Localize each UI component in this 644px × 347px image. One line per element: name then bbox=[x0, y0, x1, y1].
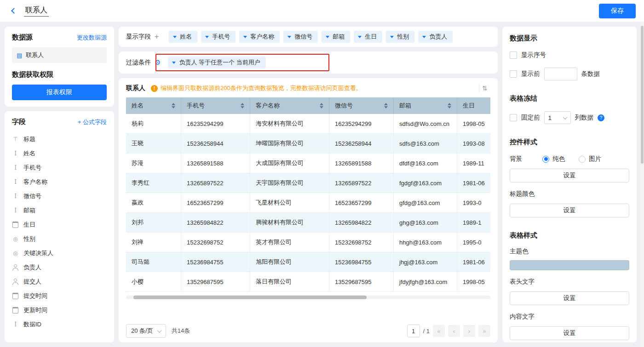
column-header[interactable]: 微信号 bbox=[329, 97, 394, 114]
field-item-label: 提交时间 bbox=[23, 292, 47, 300]
table-cell: hhgh@163.com bbox=[394, 233, 457, 252]
field-item[interactable]: 数据ID bbox=[12, 317, 107, 331]
field-item[interactable]: 更新时间 bbox=[12, 303, 107, 317]
person-field-icon bbox=[12, 278, 19, 285]
table-cell: gfdg@163.com bbox=[394, 193, 457, 213]
column-header[interactable]: 生日 bbox=[457, 97, 490, 114]
field-item[interactable]: 性别 bbox=[12, 232, 107, 246]
field-item[interactable]: 提交时间 bbox=[12, 289, 107, 303]
theme-color-swatch[interactable] bbox=[510, 260, 629, 270]
freeze-checkbox[interactable] bbox=[510, 114, 517, 121]
field-item[interactable]: 客户名称 bbox=[12, 175, 107, 189]
permission-title: 数据获取权限 bbox=[12, 70, 107, 79]
table-cell: 1998-05 bbox=[457, 272, 490, 292]
freeze-suffix: 列数据 bbox=[575, 114, 594, 122]
table-row[interactable]: 苏漫13265891588大成国际有限公司13265891588dfdf@163… bbox=[126, 154, 490, 173]
display-field-chip[interactable]: 生日 bbox=[354, 31, 382, 43]
prev-page-button[interactable] bbox=[448, 325, 460, 337]
column-header[interactable]: 邮箱 bbox=[394, 97, 457, 114]
sort-icon[interactable] bbox=[172, 103, 175, 108]
first-page-button[interactable] bbox=[433, 325, 445, 337]
sort-icon[interactable] bbox=[448, 103, 451, 108]
background-label: 背景 bbox=[510, 155, 538, 163]
column-header[interactable]: 姓名 bbox=[126, 97, 181, 114]
display-field-chip[interactable]: 姓名 bbox=[169, 31, 197, 43]
field-item[interactable]: 提交人 bbox=[12, 274, 107, 289]
horizontal-scrollbar-thumb[interactable] bbox=[133, 296, 367, 299]
fields-card: 字段 + 公式字段 标题姓名手机号客户名称微信号邮箱生日性别关键决策人负责人提交… bbox=[5, 111, 114, 342]
top-bar: 联系人 保存 bbox=[0, 0, 644, 22]
field-item[interactable]: 标题 bbox=[12, 132, 107, 146]
next-page-button[interactable] bbox=[463, 325, 475, 337]
report-permission-button[interactable]: 报表权限 bbox=[12, 85, 107, 100]
page-scrollbar-thumb[interactable] bbox=[641, 26, 644, 164]
table-cell: 13529687595 bbox=[329, 272, 394, 292]
show-first-count-input[interactable] bbox=[544, 68, 577, 80]
table-row[interactable]: 杨莉16235294299海安材料有限公司16235294299sdfsd@Wo… bbox=[126, 114, 490, 134]
filter-condition-chip[interactable]: 负责人 等于任意一个 当前用户 bbox=[168, 57, 265, 68]
sort-toggle-icon[interactable] bbox=[479, 84, 490, 93]
page-scrollbar[interactable] bbox=[640, 22, 644, 347]
table-cell: 1998-05 bbox=[457, 114, 490, 134]
display-field-chip-label: 客户名称 bbox=[250, 33, 274, 41]
field-item[interactable]: 手机号 bbox=[12, 160, 107, 175]
datasource-title: 数据源 bbox=[12, 33, 33, 42]
table-row[interactable]: 刘邦13265984822腾骏材料有限公司13265984822ghg@163.… bbox=[126, 213, 490, 233]
table-row[interactable]: 刘禅15232698752英才有限公司15232698752hhgh@163.c… bbox=[126, 233, 490, 252]
back-button[interactable] bbox=[8, 6, 19, 17]
table-row[interactable]: 嬴政16523657299飞星材料公司16523657299gfdg@163.c… bbox=[126, 193, 490, 213]
display-field-chip[interactable]: 手机号 bbox=[201, 31, 236, 43]
display-field-chip[interactable]: 邮箱 bbox=[322, 31, 350, 43]
column-header[interactable]: 手机号 bbox=[181, 97, 250, 114]
show-index-checkbox[interactable] bbox=[510, 51, 517, 59]
chevron-down-icon bbox=[205, 36, 209, 38]
table-cell: 13265984822 bbox=[181, 213, 250, 233]
header-text-set-button[interactable]: 设置 bbox=[510, 291, 629, 305]
display-field-chip[interactable]: 客户名称 bbox=[239, 31, 280, 43]
table-row[interactable]: 司马懿15236984755旭阳有限公司15236984755jhgj@163.… bbox=[126, 252, 490, 272]
table-row[interactable]: 小樱13529687595落日有限公司13529687595jfdyjfgh@1… bbox=[126, 272, 490, 292]
sort-icon[interactable] bbox=[384, 103, 388, 108]
column-header[interactable]: 客户名称 bbox=[250, 97, 329, 114]
filter-settings-gear-icon[interactable]: ⚙ bbox=[155, 58, 161, 67]
sort-icon[interactable] bbox=[320, 103, 323, 108]
sort-icon[interactable] bbox=[241, 103, 244, 108]
freeze-column-value: 1 bbox=[548, 114, 552, 121]
show-first-checkbox[interactable] bbox=[510, 70, 517, 78]
field-item[interactable]: 微信号 bbox=[12, 189, 107, 203]
add-display-field-button[interactable]: + bbox=[155, 31, 159, 43]
add-formula-field-link[interactable]: + 公式字段 bbox=[78, 118, 107, 126]
field-item-label: 标题 bbox=[23, 135, 35, 143]
last-page-button[interactable] bbox=[478, 325, 490, 337]
datasource-item[interactable]: ▤ 联系人 bbox=[12, 47, 107, 63]
radio-unselected-icon[interactable] bbox=[579, 156, 586, 163]
horizontal-scrollbar[interactable] bbox=[126, 296, 490, 299]
freeze-column-select[interactable]: 1 bbox=[544, 111, 571, 124]
help-icon[interactable] bbox=[598, 114, 604, 121]
show-index-label: 显示序号 bbox=[521, 51, 546, 59]
save-button[interactable]: 保存 bbox=[599, 4, 636, 18]
field-item[interactable]: 姓名 bbox=[12, 146, 107, 160]
field-item[interactable]: 邮箱 bbox=[12, 203, 107, 217]
table-row[interactable]: 王晓15236258944坤曜国际有限公司15236258944sdfs@163… bbox=[126, 134, 490, 154]
table-row[interactable]: 李秀红13265897522天宇国际有限公司13265897522fgdgf@1… bbox=[126, 173, 490, 193]
radio-selected-icon[interactable] bbox=[542, 156, 549, 163]
field-item[interactable]: 负责人 bbox=[12, 260, 107, 274]
page-size-select[interactable]: 20 条/页 bbox=[126, 324, 166, 338]
current-page-box[interactable]: 1 bbox=[407, 324, 420, 337]
content-text-set-button[interactable]: 设置 bbox=[510, 326, 629, 340]
table-body: 杨莉16235294299海安材料有限公司16235294299sdfsd@Wo… bbox=[126, 114, 490, 292]
display-field-chip[interactable]: 微信号 bbox=[283, 31, 318, 43]
background-set-button[interactable]: 设置 bbox=[510, 169, 629, 182]
title-color-set-button[interactable]: 设置 bbox=[510, 204, 629, 217]
image-option[interactable]: 图片 bbox=[579, 155, 601, 163]
display-field-chip[interactable]: 性别 bbox=[386, 31, 414, 43]
field-item[interactable]: 关键决策人 bbox=[12, 246, 107, 260]
field-item[interactable]: 生日 bbox=[12, 217, 107, 232]
display-field-chip[interactable]: 负责人 bbox=[418, 31, 453, 43]
field-item-label: 微信号 bbox=[23, 192, 41, 200]
field-item-label: 客户名称 bbox=[23, 178, 47, 186]
solid-color-option[interactable]: 纯色 bbox=[542, 155, 565, 163]
change-datasource-link[interactable]: 更改数据源 bbox=[77, 34, 107, 42]
table-cell: 1989-11 bbox=[457, 154, 490, 173]
